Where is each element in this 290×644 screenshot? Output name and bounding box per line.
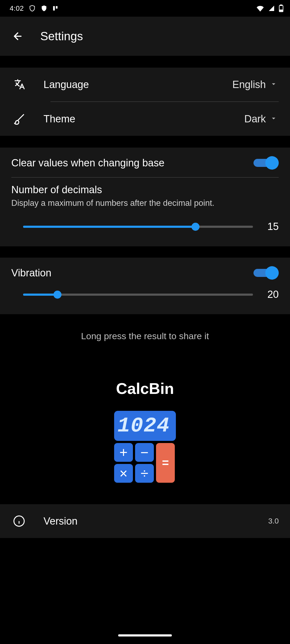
more-apps-icon [52,5,58,11]
svg-rect-1 [56,6,57,9]
app-name: CalcBin [0,358,290,411]
back-button[interactable] [10,29,25,44]
version-section: Version 3.0 [0,504,290,538]
shield-check-icon [41,5,48,12]
about-section: CalcBin 1024 + × − ÷ = [0,358,290,504]
vibration-slider-fill [23,294,57,296]
version-row[interactable]: Version 3.0 [0,504,290,538]
status-time: 4:02 [10,4,24,13]
svg-rect-3 [280,5,282,6]
language-label: Language [44,79,232,90]
dropdown-icon [270,114,279,123]
privacy-shield-icon [29,5,36,12]
info-icon [11,513,27,529]
svg-rect-4 [280,10,282,11]
decimals-slider[interactable] [23,226,253,228]
language-value: English [232,79,266,90]
clear-values-row[interactable]: Clear values when changing base [0,148,290,177]
page-title: Settings [40,30,83,43]
brush-icon [11,111,27,127]
vibration-section: Vibration 20 [0,258,290,314]
logo-plus-icon: + [114,443,133,462]
home-indicator[interactable] [118,634,172,636]
dropdown-icon [270,80,279,89]
version-value: 3.0 [268,517,279,525]
logo-equals-icon: = [156,443,175,483]
theme-value: Dark [244,113,266,125]
vibration-label: Vibration [11,267,253,279]
clear-values-toggle[interactable] [253,156,279,170]
logo-minus-icon: − [135,443,154,462]
decimals-subtitle: Display a maximum of numbers after the d… [0,198,290,219]
decimals-slider-knob[interactable] [191,223,200,231]
status-bar: 4:02 [0,0,290,17]
decimals-value: 15 [264,221,279,232]
vibration-slider-knob[interactable] [53,291,61,299]
logo-multiply-icon: × [114,464,133,483]
theme-label: Theme [44,113,244,125]
app-bar: Settings [0,17,290,56]
values-section: Clear values when changing base Number o… [0,148,290,246]
navigation-bar [0,627,290,644]
clear-values-label: Clear values when changing base [11,157,253,169]
vibration-value: 20 [264,289,279,300]
vibration-slider[interactable] [23,294,253,296]
logo-display: 1024 [114,411,176,441]
version-label: Version [44,515,268,527]
appearance-section: Language English Theme Dark [0,68,290,136]
signal-icon [268,5,275,12]
svg-rect-0 [53,6,55,11]
app-logo: 1024 + × − ÷ = [0,411,290,504]
logo-divide-icon: ÷ [135,464,154,483]
wifi-icon [256,5,264,12]
battery-icon [279,5,284,12]
language-icon [11,76,27,93]
decimals-slider-fill [23,226,195,228]
language-row[interactable]: Language English [0,68,290,101]
vibration-toggle[interactable] [253,266,279,280]
vibration-row[interactable]: Vibration [0,258,290,287]
decimals-title: Number of decimals [0,178,290,198]
theme-row[interactable]: Theme Dark [0,102,290,136]
share-hint: Long press the result to share it [0,314,290,358]
